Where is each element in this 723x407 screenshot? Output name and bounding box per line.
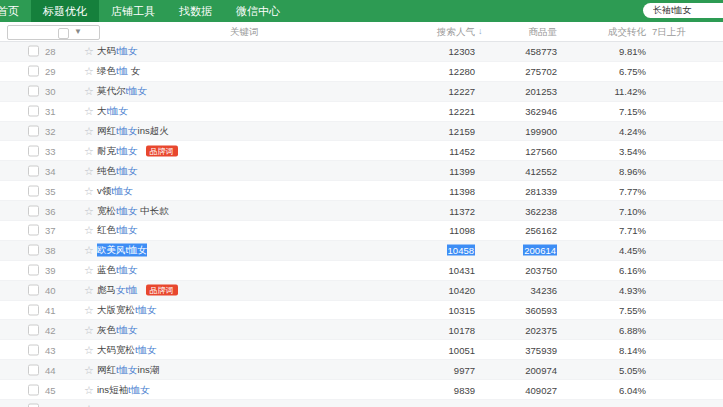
keyword-link[interactable]: t恤女 <box>106 105 128 116</box>
table-row: 30 ☆ 莫代尔t恤女 12227 201253 11.42% <box>0 82 723 102</box>
products-value: 203750 <box>457 265 557 276</box>
keyword-link[interactable]: t恤女 <box>116 144 138 155</box>
chevron-down-icon: ▼ <box>74 27 82 36</box>
row-index: 43 <box>45 344 56 355</box>
batch-select-dropdown[interactable]: ▼ <box>7 25 100 40</box>
star-icon[interactable]: ☆ <box>84 125 94 138</box>
nav-item-4[interactable]: 微信中心 <box>224 0 292 22</box>
row-checkbox[interactable] <box>28 225 39 236</box>
star-icon[interactable]: ☆ <box>84 65 94 78</box>
keyword-cell: ☆ 大码t恤女 <box>84 45 138 58</box>
row-index: 33 <box>45 145 56 156</box>
star-icon[interactable]: ☆ <box>84 284 94 297</box>
conversion-value: 6.04% <box>546 384 646 395</box>
row-checkbox[interactable] <box>28 265 39 276</box>
products-value: 360593 <box>457 305 557 316</box>
keyword-link[interactable]: t恤女 <box>116 45 138 56</box>
table-row: 35 ☆ v领t恤女 11398 281339 7.77% <box>0 181 723 201</box>
row-checkbox[interactable] <box>28 285 39 296</box>
nav-item-0[interactable]: 首页 <box>0 0 31 22</box>
row-checkbox[interactable] <box>28 126 39 137</box>
search-input[interactable] <box>643 3 723 18</box>
row-checkbox[interactable] <box>28 344 39 355</box>
table-row: 40 ☆ 彪马女t恤 品牌词 10420 34236 4.93% <box>0 281 723 301</box>
star-icon[interactable]: ☆ <box>84 244 94 257</box>
row-checkbox[interactable] <box>28 364 39 375</box>
row-index: 28 <box>45 46 56 57</box>
keyword-link[interactable]: t恤女 <box>125 85 147 96</box>
keyword-text: 网红t恤女ins超火 <box>97 125 169 138</box>
keyword-text: 红色t恤女 <box>97 224 138 237</box>
table-row: 36 ☆ 宽松t恤女 中长款 11372 362238 7.10% <box>0 201 723 221</box>
row-checkbox[interactable] <box>28 185 39 196</box>
keyword-link[interactable]: t恤女 <box>135 304 157 315</box>
star-icon[interactable]: ☆ <box>84 184 94 197</box>
row-checkbox[interactable] <box>28 145 39 156</box>
keyword-link[interactable]: t恤女 <box>116 204 138 215</box>
keyword-link[interactable]: t恤女 <box>116 264 138 275</box>
star-icon[interactable]: ☆ <box>84 323 94 336</box>
star-icon[interactable]: ☆ <box>84 304 94 317</box>
row-index: 31 <box>45 106 56 117</box>
star-icon[interactable]: ☆ <box>84 343 94 356</box>
keyword-cell: ☆ 纯色t恤女 <box>84 164 138 177</box>
keyword-link[interactable]: t恤女 <box>125 244 147 255</box>
keyword-cell: ☆ v领t恤女 <box>84 184 133 197</box>
products-value: 375939 <box>457 344 557 355</box>
star-icon[interactable]: ☆ <box>84 383 94 396</box>
table-row: 41 ☆ 大版宽松t恤女 10315 360593 7.55% <box>0 301 723 321</box>
keyword-link[interactable]: t恤女 <box>116 323 138 334</box>
keyword-link[interactable]: t恤女 <box>135 343 157 354</box>
nav-item-1[interactable]: 标题优化 <box>31 0 99 22</box>
row-checkbox[interactable] <box>28 165 39 176</box>
products-value: 275702 <box>457 66 557 77</box>
products-value: 201253 <box>457 86 557 97</box>
row-checkbox[interactable] <box>28 205 39 216</box>
keyword-cell: ☆ 欧美风t恤女 <box>84 244 147 257</box>
header-keyword: 关键词 <box>230 26 259 39</box>
row-checkbox[interactable] <box>28 305 39 316</box>
row-index: 41 <box>45 305 56 316</box>
products-value: 199900 <box>457 126 557 137</box>
star-icon[interactable]: ☆ <box>84 164 94 177</box>
star-icon[interactable]: ☆ <box>84 85 94 98</box>
star-icon[interactable]: ☆ <box>84 144 94 157</box>
row-checkbox[interactable] <box>28 46 39 57</box>
keyword-link[interactable]: 女t恤 <box>116 284 138 295</box>
star-icon[interactable]: ☆ <box>84 204 94 217</box>
row-checkbox[interactable] <box>28 86 39 97</box>
header-conversion[interactable]: 成交转化 <box>546 26 646 39</box>
select-all-checkbox[interactable] <box>58 28 69 39</box>
row-checkbox[interactable] <box>28 106 39 117</box>
star-icon[interactable]: ☆ <box>84 224 94 237</box>
row-checkbox[interactable] <box>28 66 39 77</box>
keyword-link[interactable]: t恤女 <box>111 184 133 195</box>
star-icon[interactable]: ☆ <box>84 45 94 58</box>
keyword-link[interactable]: t恤女 <box>116 164 138 175</box>
nav-item-2[interactable]: 店铺工具 <box>99 0 167 22</box>
keyword-text: 大t恤女 <box>97 105 128 118</box>
keyword-link[interactable]: t恤女 <box>116 224 138 235</box>
row-index: 29 <box>45 66 56 77</box>
row-checkbox[interactable] <box>28 324 39 335</box>
header-products[interactable]: 商品量 <box>457 26 557 39</box>
keyword-link[interactable]: t恤女 <box>128 383 150 394</box>
row-checkbox[interactable] <box>28 245 39 256</box>
star-icon[interactable]: ☆ <box>84 363 94 376</box>
star-icon[interactable]: ☆ <box>84 105 94 118</box>
row-index: 34 <box>45 165 56 176</box>
nav-item-3[interactable]: 找数据 <box>167 0 224 22</box>
conversion-value: 7.10% <box>546 205 646 216</box>
header-rise-7d[interactable]: 7日上升 <box>652 26 686 39</box>
keyword-text: ins短袖t恤女 <box>97 383 150 396</box>
star-icon[interactable]: ☆ <box>84 264 94 277</box>
products-value: 362238 <box>457 205 557 216</box>
keyword-link[interactable]: t恤 <box>116 65 128 76</box>
nav-menu: 首页标题优化店铺工具找数据微信中心 <box>0 0 292 22</box>
keyword-link[interactable]: t恤女 <box>116 125 138 136</box>
row-index: 45 <box>45 384 56 395</box>
keyword-link[interactable]: t恤女 <box>116 363 138 374</box>
keyword-text: 大码宽松t恤女 <box>97 343 157 356</box>
row-checkbox[interactable] <box>28 384 39 395</box>
star-icon[interactable]: ☆ <box>84 403 94 407</box>
